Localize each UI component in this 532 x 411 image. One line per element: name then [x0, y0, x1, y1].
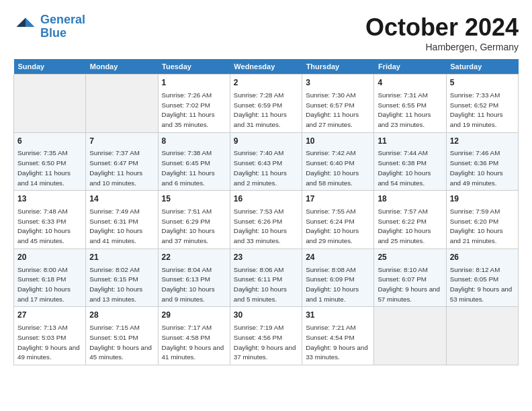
sunset-text: Sunset: 6:29 PM [162, 218, 210, 225]
day-number: 26 [450, 252, 515, 263]
daylight-text: Daylight: 10 hours and 41 minutes. [89, 227, 142, 244]
daylight-text: Daylight: 9 hours and 37 minutes. [234, 344, 296, 361]
daylight-text: Daylight: 11 hours and 31 minutes. [234, 111, 287, 128]
sunset-text: Sunset: 6:22 PM [378, 218, 426, 225]
calendar-day: 5Sunrise: 7:33 AMSunset: 6:52 PMDaylight… [446, 75, 518, 133]
day-number: 29 [162, 310, 226, 321]
svg-marker-0 [26, 17, 35, 27]
day-number: 2 [234, 77, 298, 89]
sunrise-text: Sunrise: 8:02 AM [89, 266, 140, 273]
col-thursday: Thursday [302, 59, 374, 75]
calendar-day: 6Sunrise: 7:35 AMSunset: 6:50 PMDaylight… [14, 132, 86, 191]
sunrise-text: Sunrise: 7:15 AM [89, 324, 140, 331]
calendar-day: 28Sunrise: 7:15 AMSunset: 5:01 PMDayligh… [86, 307, 158, 365]
sunrise-text: Sunrise: 7:38 AM [162, 149, 212, 156]
logo-icon [13, 15, 38, 39]
sunrise-text: Sunrise: 8:12 AM [450, 266, 500, 273]
sunrise-text: Sunrise: 7:17 AM [162, 324, 212, 331]
sunrise-text: Sunrise: 7:49 AM [89, 208, 140, 215]
calendar-day: 14Sunrise: 7:49 AMSunset: 6:31 PMDayligh… [86, 191, 158, 249]
calendar-day: 13Sunrise: 7:48 AMSunset: 6:33 PMDayligh… [14, 191, 86, 249]
col-wednesday: Wednesday [230, 59, 302, 75]
sunrise-text: Sunrise: 7:46 AM [450, 149, 500, 156]
daylight-text: Daylight: 10 hours and 1 minute. [306, 285, 359, 303]
sunset-text: Sunset: 6:38 PM [378, 159, 426, 167]
calendar-week-2: 13Sunrise: 7:48 AMSunset: 6:33 PMDayligh… [14, 191, 519, 249]
sunrise-text: Sunrise: 7:40 AM [234, 149, 284, 156]
day-number: 10 [306, 136, 370, 147]
sunset-text: Sunset: 6:09 PM [306, 275, 354, 283]
calendar-day [374, 307, 446, 365]
day-number: 14 [89, 193, 154, 205]
sunset-text: Sunset: 5:01 PM [89, 334, 138, 341]
calendar-day: 19Sunrise: 7:59 AMSunset: 6:20 PMDayligh… [446, 191, 518, 249]
calendar-day [86, 75, 158, 133]
sunrise-text: Sunrise: 7:13 AM [17, 324, 68, 331]
col-monday: Monday [86, 59, 158, 75]
sunrise-text: Sunrise: 7:33 AM [450, 91, 500, 99]
daylight-text: Daylight: 10 hours and 5 minutes. [234, 285, 287, 303]
daylight-text: Daylight: 9 hours and 41 minutes. [162, 344, 224, 361]
calendar-day: 31Sunrise: 7:21 AMSunset: 4:54 PMDayligh… [302, 307, 374, 365]
day-number: 4 [378, 77, 442, 89]
calendar-day: 16Sunrise: 7:53 AMSunset: 6:26 PMDayligh… [230, 191, 302, 249]
sunrise-text: Sunrise: 8:06 AM [234, 266, 284, 273]
day-number: 11 [378, 136, 442, 147]
sunrise-text: Sunrise: 7:48 AM [17, 208, 68, 215]
day-number: 1 [162, 77, 226, 89]
logo-text: General Blue [40, 13, 85, 40]
calendar-day: 7Sunrise: 7:37 AMSunset: 6:47 PMDaylight… [86, 132, 158, 191]
daylight-text: Daylight: 10 hours and 17 minutes. [17, 285, 71, 303]
sunrise-text: Sunrise: 7:57 AM [378, 208, 428, 215]
daylight-text: Daylight: 9 hours and 57 minutes. [378, 285, 440, 303]
logo-line2: Blue [40, 26, 66, 40]
sunset-text: Sunset: 6:52 PM [450, 101, 498, 109]
sunset-text: Sunset: 6:57 PM [306, 101, 354, 109]
daylight-text: Daylight: 10 hours and 58 minutes. [306, 169, 359, 187]
day-number: 30 [234, 310, 298, 321]
calendar-day: 2Sunrise: 7:28 AMSunset: 6:59 PMDaylight… [230, 75, 302, 133]
sunset-text: Sunset: 6:36 PM [450, 159, 498, 167]
logo-line1: General [40, 13, 85, 26]
calendar-day: 21Sunrise: 8:02 AMSunset: 6:15 PMDayligh… [86, 248, 158, 307]
sunset-text: Sunset: 6:45 PM [162, 159, 210, 167]
sunset-text: Sunset: 6:13 PM [162, 275, 210, 283]
day-number: 22 [162, 252, 226, 263]
calendar-day: 23Sunrise: 8:06 AMSunset: 6:11 PMDayligh… [230, 248, 302, 307]
calendar-day: 22Sunrise: 8:04 AMSunset: 6:13 PMDayligh… [158, 248, 230, 307]
day-number: 7 [89, 136, 154, 147]
day-number: 23 [234, 252, 298, 263]
day-number: 13 [17, 193, 82, 205]
day-number: 9 [234, 136, 298, 147]
sunset-text: Sunset: 6:55 PM [378, 101, 426, 109]
svg-marker-1 [17, 17, 26, 27]
daylight-text: Daylight: 11 hours and 23 minutes. [378, 111, 431, 128]
daylight-text: Daylight: 11 hours and 14 minutes. [17, 169, 71, 187]
calendar-table: Sunday Monday Tuesday Wednesday Thursday… [13, 59, 519, 365]
day-number: 25 [378, 252, 442, 263]
daylight-text: Daylight: 10 hours and 37 minutes. [162, 227, 215, 244]
daylight-text: Daylight: 9 hours and 33 minutes. [306, 344, 368, 361]
sunset-text: Sunset: 6:50 PM [17, 159, 66, 167]
daylight-text: Daylight: 11 hours and 19 minutes. [450, 111, 503, 128]
calendar-header: Sunday Monday Tuesday Wednesday Thursday… [14, 59, 519, 75]
sunset-text: Sunset: 6:26 PM [234, 218, 282, 225]
day-number: 28 [89, 310, 154, 321]
sunset-text: Sunset: 5:03 PM [17, 334, 66, 341]
sunset-text: Sunset: 6:05 PM [450, 275, 498, 283]
calendar-week-0: 1Sunrise: 7:26 AMSunset: 7:02 PMDaylight… [14, 75, 519, 133]
day-number: 6 [17, 136, 82, 147]
sunrise-text: Sunrise: 7:28 AM [234, 91, 284, 99]
day-number: 8 [162, 136, 226, 147]
day-number: 27 [17, 310, 82, 321]
daylight-text: Daylight: 11 hours and 10 minutes. [89, 169, 142, 187]
sunset-text: Sunset: 6:31 PM [89, 218, 138, 225]
calendar-body: 1Sunrise: 7:26 AMSunset: 7:02 PMDaylight… [14, 75, 519, 365]
sunset-text: Sunset: 6:43 PM [234, 159, 282, 167]
daylight-text: Daylight: 10 hours and 9 minutes. [162, 285, 215, 303]
sunrise-text: Sunrise: 7:53 AM [234, 208, 284, 215]
sunrise-text: Sunrise: 7:59 AM [450, 208, 500, 215]
daylight-text: Daylight: 10 hours and 29 minutes. [306, 227, 359, 244]
sunset-text: Sunset: 6:20 PM [450, 218, 498, 225]
sunset-text: Sunset: 6:59 PM [234, 101, 282, 109]
